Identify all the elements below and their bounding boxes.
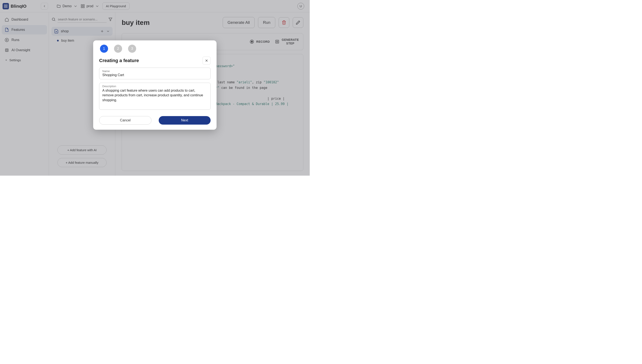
modal-title: Creating a feature (99, 58, 139, 63)
name-label: Name (102, 70, 207, 73)
name-field[interactable]: Name (99, 68, 211, 79)
close-button[interactable] (203, 56, 211, 65)
name-input[interactable] (102, 73, 207, 77)
create-feature-modal: 1 2 3 Creating a feature Name Descriptio… (93, 40, 217, 130)
step-3[interactable]: 3 (128, 45, 136, 53)
description-field[interactable]: Description (99, 83, 211, 110)
close-icon (205, 59, 209, 62)
step-1[interactable]: 1 (100, 45, 108, 53)
step-2[interactable]: 2 (114, 45, 122, 53)
description-label: Description (102, 84, 207, 88)
description-input[interactable] (102, 88, 207, 106)
cancel-button[interactable]: Cancel (99, 116, 152, 124)
next-button[interactable]: Next (159, 116, 211, 124)
modal-overlay: 1 2 3 Creating a feature Name Descriptio… (0, 0, 310, 176)
stepper: 1 2 3 (99, 45, 211, 53)
